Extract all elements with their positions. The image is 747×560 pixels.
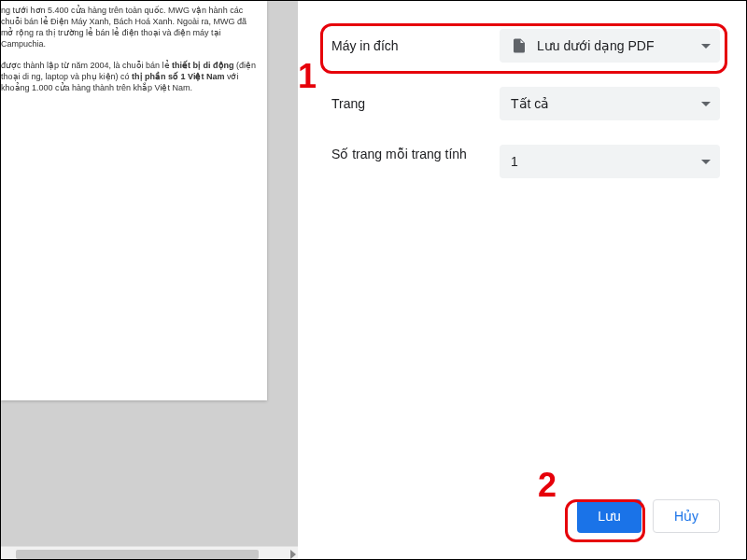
destination-row: Máy in đích Lưu dưới dạng PDF <box>331 29 720 63</box>
cancel-button[interactable]: Hủy <box>653 499 720 533</box>
preview-text: được thành lập từ năm 2004, là chuỗi bán… <box>1 61 172 70</box>
pages-per-sheet-select[interactable]: 1 <box>500 145 720 178</box>
save-button[interactable]: Lưu <box>577 499 641 533</box>
chevron-down-icon <box>701 160 711 164</box>
pages-per-sheet-row: Số trang mỗi trang tính 1 <box>331 145 720 178</box>
horizontal-scrollbar[interactable] <box>1 546 298 560</box>
pages-label: Trang <box>331 87 500 120</box>
destination-label: Máy in đích <box>331 29 500 63</box>
print-preview-pane: ng tưới hơn 5.400 cửa hàng trên toàn quố… <box>1 1 298 560</box>
destination-select[interactable]: Lưu dưới dạng PDF <box>500 29 720 63</box>
pages-per-sheet-label: Số trang mỗi trang tính <box>331 145 500 164</box>
print-settings-pane: Máy in đích Lưu dưới dạng PDF Trang Tất … <box>298 1 746 559</box>
preview-document: ng tưới hơn 5.400 cửa hàng trên toàn quố… <box>1 1 267 400</box>
chevron-down-icon <box>701 44 711 49</box>
chevron-down-icon <box>701 102 711 106</box>
pages-per-sheet-value: 1 <box>511 154 696 169</box>
destination-value: Lưu dưới dạng PDF <box>537 38 696 53</box>
scrollbar-thumb[interactable] <box>16 550 259 559</box>
dialog-footer: Lưu Hủy <box>577 499 720 533</box>
pages-select[interactable]: Tất cả <box>500 87 720 120</box>
pages-row: Trang Tất cả <box>331 87 720 120</box>
pages-value: Tất cả <box>511 96 696 111</box>
preview-bold-text: thị phần số 1 Việt Nam <box>132 72 224 81</box>
preview-bold-text: thiết bị di động <box>172 61 233 70</box>
preview-text: ng tưới hơn 5.400 cửa hàng trên toàn quố… <box>1 6 247 49</box>
document-icon <box>511 37 528 54</box>
